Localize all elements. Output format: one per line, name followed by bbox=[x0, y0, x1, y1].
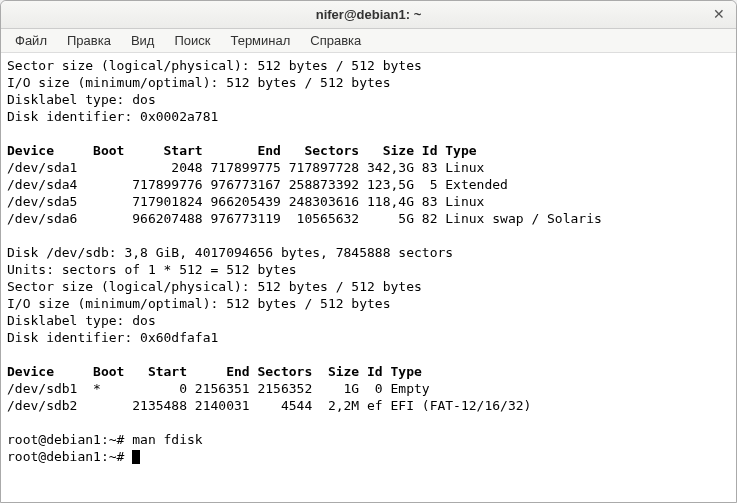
out-line: I/O size (minimum/optimal): 512 bytes / … bbox=[7, 296, 391, 311]
out-line: I/O size (minimum/optimal): 512 bytes / … bbox=[7, 75, 391, 90]
menubar: Файл Правка Вид Поиск Терминал Справка bbox=[1, 29, 736, 53]
table-row: /dev/sda1 2048 717899775 717897728 342,3… bbox=[7, 160, 484, 175]
out-line: Disk identifier: 0x0002a781 bbox=[7, 109, 218, 124]
menu-view[interactable]: Вид bbox=[123, 31, 163, 50]
table-row: /dev/sda6 966207488 976773119 10565632 5… bbox=[7, 211, 602, 226]
out-line: Disk identifier: 0x60dfafa1 bbox=[7, 330, 218, 345]
titlebar: nifer@debian1: ~ ✕ bbox=[1, 1, 736, 29]
out-line: Sector size (logical/physical): 512 byte… bbox=[7, 279, 422, 294]
out-line: Units: sectors of 1 * 512 = 512 bytes bbox=[7, 262, 297, 277]
window-title: nifer@debian1: ~ bbox=[316, 7, 422, 22]
out-line: Sector size (logical/physical): 512 byte… bbox=[7, 58, 422, 73]
out-line: Disklabel type: dos bbox=[7, 313, 156, 328]
terminal-output[interactable]: Sector size (logical/physical): 512 byte… bbox=[1, 53, 736, 502]
table-row: /dev/sda4 717899776 976773167 258873392 … bbox=[7, 177, 508, 192]
table-header: Device Boot Start End Sectors Size Id Ty… bbox=[7, 143, 477, 158]
menu-terminal[interactable]: Терминал bbox=[222, 31, 298, 50]
prompt: root@debian1:~# bbox=[7, 432, 132, 447]
table-header: Device Boot Start End Sectors Size Id Ty… bbox=[7, 364, 422, 379]
terminal-window: nifer@debian1: ~ ✕ Файл Правка Вид Поиск… bbox=[0, 0, 737, 503]
prompt: root@debian1:~# bbox=[7, 449, 132, 464]
close-icon[interactable]: ✕ bbox=[710, 5, 728, 23]
table-row: /dev/sdb2 2135488 2140031 4544 2,2M ef E… bbox=[7, 398, 531, 413]
command: man fdisk bbox=[132, 432, 202, 447]
out-line: Disk /dev/sdb: 3,8 GiB, 4017094656 bytes… bbox=[7, 245, 453, 260]
menu-file[interactable]: Файл bbox=[7, 31, 55, 50]
table-row: /dev/sda5 717901824 966205439 248303616 … bbox=[7, 194, 484, 209]
menu-edit[interactable]: Правка bbox=[59, 31, 119, 50]
menu-help[interactable]: Справка bbox=[302, 31, 369, 50]
cursor-icon bbox=[132, 450, 140, 464]
table-row: /dev/sdb1 * 0 2156351 2156352 1G 0 Empty bbox=[7, 381, 430, 396]
out-line: Disklabel type: dos bbox=[7, 92, 156, 107]
menu-search[interactable]: Поиск bbox=[166, 31, 218, 50]
